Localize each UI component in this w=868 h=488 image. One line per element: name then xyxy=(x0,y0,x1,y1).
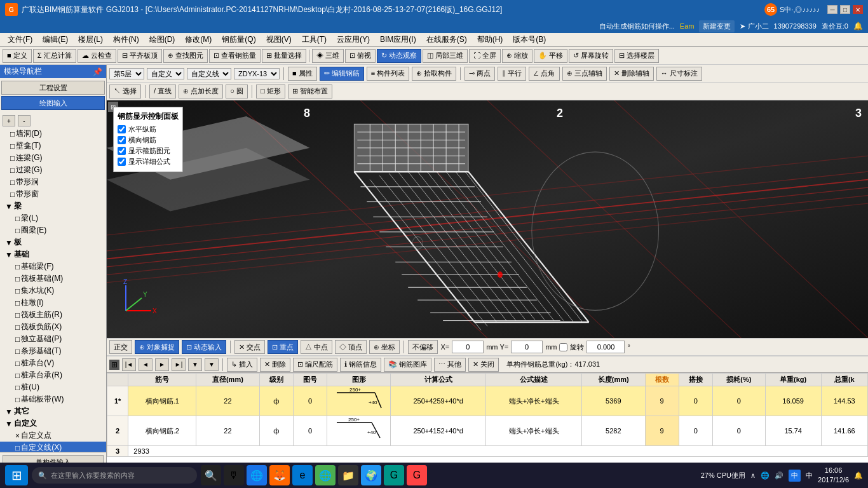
floor-select[interactable]: 第5层 xyxy=(109,68,144,79)
local-3d-button[interactable]: ◫ 局部三维 xyxy=(423,49,468,63)
menu-rebar-qty[interactable]: 钢筋量(Q) xyxy=(217,33,261,46)
menu-cloud[interactable]: 云应用(Y) xyxy=(332,33,375,46)
menu-view[interactable]: 视图(V) xyxy=(261,33,297,46)
sidebar-item-pile-cap-r[interactable]: □桩承台承(R) xyxy=(0,369,106,381)
taskbar-app-ie[interactable]: 🌐 xyxy=(247,465,267,485)
dynamic-view-button[interactable]: ↻ 动态观察 xyxy=(377,49,421,63)
point-extend-button[interactable]: ⊕ 点加长度 xyxy=(179,85,223,98)
sidebar-item-column-pier[interactable]: □柱墩(I) xyxy=(0,297,106,309)
rebar-info-button[interactable]: ℹ 钢筋信息 xyxy=(340,358,381,372)
scale-config-button[interactable]: ⊡ 编尺配筋 xyxy=(293,358,337,372)
notification-icon[interactable]: 🔔 xyxy=(854,471,863,480)
others-button[interactable]: ⋯ 其他 xyxy=(434,358,466,372)
project-settings-button[interactable]: 工程设置 xyxy=(1,81,105,95)
menu-modify[interactable]: 修改(M) xyxy=(180,33,217,46)
collapse-button[interactable]: - xyxy=(18,115,31,126)
two-point-button[interactable]: ⊸ 两点 xyxy=(465,67,495,81)
sidebar-item-pile-cap[interactable]: □桩承台(V) xyxy=(0,357,106,369)
y-input[interactable] xyxy=(511,341,543,353)
table-row[interactable]: 1* 横向钢筋.1 22 ф 0 250+ +40 xyxy=(107,386,868,416)
component-list-button[interactable]: ≡ 构件列表 xyxy=(367,67,409,81)
count-2[interactable]: 9 xyxy=(645,416,679,446)
floor-type-select[interactable]: 自定义 xyxy=(147,68,184,79)
sidebar-item-found-slab-strip[interactable]: □基础板带(W) xyxy=(0,393,106,405)
sidebar-item-raft[interactable]: □筏板基础(M) xyxy=(0,273,106,285)
rotate-checkbox[interactable] xyxy=(559,343,567,351)
new-change[interactable]: 新建变更 xyxy=(699,20,735,32)
menu-help[interactable]: 帮助(H) xyxy=(472,33,508,46)
drawing-input-button[interactable]: 绘图输入 xyxy=(1,96,105,110)
3d-button[interactable]: ◈ 三维 xyxy=(312,49,344,63)
sidebar-item-beam[interactable]: □梁(L) xyxy=(0,212,106,224)
taskbar-app-ie2[interactable]: 🌐 xyxy=(315,465,336,485)
count-1[interactable]: 9 xyxy=(645,386,679,416)
sidebar-item-niche[interactable]: □壁龛(T) xyxy=(0,140,106,152)
table-row[interactable]: 2 横向钢筋.2 22 ф 0 250+ +40 xyxy=(107,416,868,446)
menu-bim[interactable]: BIM应用(I) xyxy=(375,33,421,46)
nav-last[interactable]: ►| xyxy=(172,358,186,371)
formula-checkbox[interactable] xyxy=(118,158,126,166)
coord-snap[interactable]: ⊕ 坐标 xyxy=(369,340,400,354)
menu-online[interactable]: 在线服务(S) xyxy=(421,33,472,46)
sidebar-item-wall-hole[interactable]: □墙洞(D) xyxy=(0,128,106,140)
circle-button[interactable]: ○ 圆 xyxy=(226,85,248,98)
expand-button[interactable]: + xyxy=(3,115,15,126)
minimize-button[interactable]: ─ xyxy=(827,5,837,14)
smart-layout-button[interactable]: ⊞ 智能布置 xyxy=(288,85,332,98)
sidebar-item-coupling-beam[interactable]: □连梁(G) xyxy=(0,152,106,164)
three-point-aux-button[interactable]: ⊕ 三点辅轴 xyxy=(562,67,607,81)
lateral-bar-checkbox[interactable] xyxy=(118,136,126,144)
batch-select-button[interactable]: ⊞ 批量选择 xyxy=(262,49,306,63)
straight-line-button[interactable]: / 直线 xyxy=(149,85,176,98)
no-offset-button[interactable]: 不偏移 xyxy=(408,340,438,354)
taskbar-search[interactable]: 🔍 在这里输入你要搜索的内容 xyxy=(32,467,197,484)
cloud-check-button[interactable]: ☁ 云检查 xyxy=(78,49,116,63)
sidebar-group-slab[interactable]: ▼板 xyxy=(0,236,106,248)
sidebar-item-sump[interactable]: □集水坑(K) xyxy=(0,285,106,297)
stirrup-checkbox[interactable] xyxy=(118,147,126,155)
menu-tools[interactable]: 工具(T) xyxy=(297,33,332,46)
taskbar-app-cortana[interactable]: 🎙 xyxy=(224,465,244,485)
select-floor-button[interactable]: ⊟ 选择楼层 xyxy=(614,49,659,63)
menu-floor[interactable]: 楼层(L) xyxy=(73,33,108,46)
sidebar-item-custom-line[interactable]: □自定义线(X) xyxy=(0,442,106,452)
summary-calc-button[interactable]: Σ 汇总计算 xyxy=(33,49,76,63)
edit-rebar-button[interactable]: ✏ 编辑钢筋 xyxy=(320,67,364,81)
sidebar-item-ring-beam[interactable]: □圈梁(E) xyxy=(0,224,106,236)
sidebar-group-beam[interactable]: ▼梁 xyxy=(0,200,106,212)
dynamic-input-button[interactable]: ⊡ 动态输入 xyxy=(182,340,226,354)
sidebar-item-lintel[interactable]: □过梁(G) xyxy=(0,164,106,176)
insert-button[interactable]: ↳ 插入 xyxy=(227,358,257,372)
nav-prev[interactable]: ◄ xyxy=(139,358,153,371)
nav-first[interactable]: |◄ xyxy=(122,358,136,371)
start-button[interactable]: ⊞ xyxy=(5,465,28,485)
pick-component-button[interactable]: ⊕ 拾取构件 xyxy=(412,67,456,81)
object-snap-button[interactable]: ⊕ 对象捕捉 xyxy=(135,340,179,354)
rotate-input[interactable] xyxy=(587,341,625,353)
properties-button[interactable]: ■ 属性 xyxy=(288,67,317,81)
taskbar-app-file[interactable]: 📁 xyxy=(338,465,358,485)
menu-edit[interactable]: 编辑(E) xyxy=(37,33,73,46)
x-input[interactable] xyxy=(452,341,484,353)
find-element-button[interactable]: ⊕ 查找图元 xyxy=(163,49,208,63)
parallel-button[interactable]: ∥ 平行 xyxy=(498,67,526,81)
taskbar-app-edge[interactable]: e xyxy=(292,465,313,485)
level-slab-button[interactable]: ⊟ 平齐板顶 xyxy=(118,49,162,63)
view-rebar-button[interactable]: ⊡ 查看钢筋量 xyxy=(209,49,261,63)
line-type-select[interactable]: 自定义线 xyxy=(187,68,231,79)
nav-down1[interactable]: ▼ xyxy=(188,358,202,371)
sidebar-item-custom-point[interactable]: ×自定义点 xyxy=(0,430,106,442)
menu-draw[interactable]: 绘图(D) xyxy=(144,33,180,46)
sidebar-item-strip-found[interactable]: □条形基础(T) xyxy=(0,345,106,357)
close-panel-button[interactable]: ✕ 关闭 xyxy=(468,358,499,372)
sidebar-item-isolated-found[interactable]: □独立基础(P) xyxy=(0,333,106,345)
taskbar-app-app1[interactable]: G xyxy=(384,465,404,485)
dim-annotation-button[interactable]: ↔ 尺寸标注 xyxy=(656,67,702,81)
orthogonal-button[interactable]: 正交 xyxy=(109,340,132,354)
menu-component[interactable]: 构件(N) xyxy=(108,33,144,46)
menu-file[interactable]: 文件(F) xyxy=(3,33,37,46)
nav-expand-icon[interactable]: ⊞ xyxy=(109,360,119,370)
sidebar-group-others[interactable]: ▼其它 xyxy=(0,405,106,417)
table-row[interactable]: 3 2933 xyxy=(107,446,868,457)
taskbar-app-app2[interactable]: G xyxy=(407,465,427,485)
